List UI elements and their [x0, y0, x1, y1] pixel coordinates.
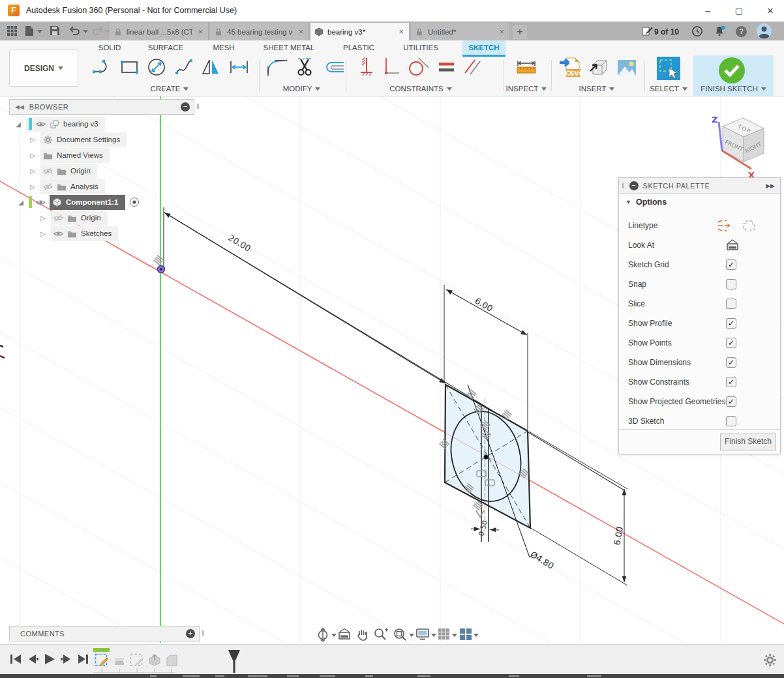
create-group-label[interactable]: CREATE	[104, 85, 235, 93]
offset-tool-icon[interactable]	[322, 56, 346, 78]
sketch-palette-header[interactable]: ‖ − SKETCH PALETTE ▶▶	[619, 178, 780, 194]
workspace-tab-plastic[interactable]: PLASTIC	[323, 41, 395, 55]
display-settings-icon[interactable]	[415, 628, 430, 641]
look-at-icon[interactable]	[726, 239, 739, 251]
rectangle-tool-icon[interactable]	[119, 56, 140, 78]
circle-tool-icon[interactable]	[146, 56, 168, 78]
show-profile-checkbox[interactable]: ✓	[726, 318, 736, 329]
expand-icon[interactable]: ◢	[14, 121, 22, 128]
viewports-dropdown-icon[interactable]	[474, 634, 479, 637]
pan-icon[interactable]	[355, 627, 370, 641]
browser-row-component1-selected[interactable]: ◢ Component1:1	[9, 194, 205, 210]
browser-row-analysis[interactable]: ▷ Analysis	[9, 179, 205, 194]
redo-icon[interactable]	[92, 25, 103, 36]
tangent-constraint-icon[interactable]	[407, 56, 430, 78]
browser-row-origin[interactable]: ▷ Origin	[9, 163, 205, 179]
fit-dropdown-icon[interactable]	[409, 634, 414, 637]
timeline-feature-form-suppressed[interactable]	[112, 653, 127, 668]
finish-sketch-check-icon[interactable]	[717, 56, 746, 85]
expand-icon[interactable]: ▷	[29, 183, 37, 190]
horizontal-vertical-constraint-icon[interactable]	[382, 56, 401, 78]
inspect-group-label[interactable]: INSPECT	[501, 85, 552, 93]
window-maximize-button[interactable]: ▢	[725, 3, 753, 20]
measure-tool-icon[interactable]	[515, 56, 537, 78]
display-dropdown-icon[interactable]	[431, 634, 436, 637]
browser-header[interactable]: ◀◀ BROWSER −	[9, 99, 194, 115]
3d-sketch-checkbox[interactable]	[726, 416, 736, 426]
mirror-tool-icon[interactable]	[201, 56, 222, 78]
browser-row-sketches[interactable]: ▷ Sketches	[9, 226, 205, 241]
spline-tool-icon[interactable]	[173, 56, 195, 78]
select-tool-icon[interactable]	[656, 56, 681, 81]
timeline-step-back-button[interactable]	[26, 654, 39, 664]
finish-sketch-button[interactable]: Finish Sketch	[720, 434, 776, 450]
visibility-off-icon[interactable]	[43, 166, 53, 176]
insert-derive-icon[interactable]	[588, 57, 610, 79]
fillet-tool-icon[interactable]	[266, 56, 288, 78]
workspace-tab-utilities[interactable]: UTILITIES	[385, 41, 457, 55]
add-comment-icon[interactable]: +	[186, 629, 195, 638]
sketch-grid-checkbox[interactable]: ✓	[726, 259, 736, 270]
expand-icon[interactable]: ▷	[29, 152, 37, 159]
show-dimensions-checkbox[interactable]: ✓	[726, 357, 736, 368]
palette-collapse-icon[interactable]: ▶▶	[766, 183, 775, 189]
modify-group-label[interactable]: MODIFY	[264, 85, 339, 93]
expand-icon[interactable]: ◢	[17, 199, 25, 206]
file-menu-dropdown-icon[interactable]	[37, 30, 42, 33]
expand-icon[interactable]: ▷	[39, 214, 47, 222]
finish-sketch-group-label[interactable]: FINISH SKETCH	[693, 85, 774, 93]
coincident-constraint-icon[interactable]	[357, 56, 376, 78]
viewports-icon[interactable]	[459, 628, 472, 641]
new-tab-button[interactable]: +	[513, 25, 527, 39]
timeline-skip-start-button[interactable]	[9, 654, 22, 664]
timeline-settings-gear-icon[interactable]	[763, 653, 777, 667]
timeline-skip-end-button[interactable]	[77, 654, 90, 664]
grid-settings-icon[interactable]	[438, 628, 451, 641]
timeline-feature-sketch-active[interactable]	[95, 653, 110, 668]
help-icon[interactable]: ?	[736, 26, 747, 37]
tab-close-icon[interactable]: ×	[196, 27, 204, 37]
visibility-off-icon[interactable]	[53, 213, 63, 223]
browser-row-named-views[interactable]: ▷ Named Views	[9, 147, 205, 163]
expand-icon[interactable]: ▷	[39, 230, 47, 237]
timeline-position-marker[interactable]	[227, 649, 241, 673]
undo-dropdown-icon[interactable]	[83, 30, 88, 33]
orbit-dropdown-icon[interactable]	[331, 634, 337, 637]
look-at-nav-icon[interactable]	[338, 628, 352, 641]
app-grid-menu-icon[interactable]	[7, 25, 18, 37]
workspace-tab-mesh[interactable]: MESH	[188, 41, 260, 55]
origin-point[interactable]	[158, 266, 165, 273]
timeline-step-forward-button[interactable]	[60, 654, 73, 664]
zoom-icon[interactable]	[373, 627, 389, 641]
tab-close-icon[interactable]: ×	[498, 27, 505, 37]
show-constraints-checkbox[interactable]: ✓	[726, 377, 736, 387]
tab-close-icon[interactable]: ×	[397, 27, 405, 37]
equal-constraint-icon[interactable]	[436, 56, 456, 78]
tab-close-icon[interactable]: ×	[297, 27, 305, 37]
document-tab-1[interactable]: linear ball ...5x8 (CTC) v2 ×	[110, 23, 209, 40]
sketch-dimension-tool-icon[interactable]	[228, 56, 250, 78]
window-minimize-button[interactable]: –	[693, 3, 722, 20]
notification-bell-icon[interactable]	[714, 25, 727, 37]
palette-minimize-icon[interactable]: −	[629, 181, 639, 190]
insert-group-label[interactable]: INSERT	[554, 85, 639, 93]
line-tool-icon[interactable]	[91, 56, 113, 78]
activate-component-radio[interactable]	[129, 197, 140, 207]
projected-linetype-icon[interactable]	[742, 219, 756, 231]
comments-bar[interactable]: COMMENTS +	[9, 626, 200, 641]
document-tab-2[interactable]: 45 bearing testing v6* ×	[210, 23, 309, 40]
expand-icon[interactable]: ▷	[29, 168, 37, 175]
design-workspace-button[interactable]: DESIGN	[9, 50, 78, 87]
expand-icon[interactable]: ▷	[29, 136, 37, 143]
select-group-label[interactable]: SELECT	[642, 85, 695, 93]
construction-linetype-icon[interactable]	[717, 220, 731, 231]
trim-tool-icon[interactable]	[294, 56, 316, 78]
save-icon[interactable]	[50, 25, 60, 36]
visibility-eye-icon[interactable]	[53, 229, 63, 239]
timeline-play-button[interactable]	[43, 653, 56, 665]
browser-row-document[interactable]: ◢ bearing v3	[9, 116, 205, 132]
palette-grip-icon[interactable]: ‖	[622, 182, 625, 190]
document-tab-4[interactable]: Untitled* ×	[411, 23, 510, 40]
document-tab-3-active[interactable]: bearing v3* ×	[310, 23, 410, 40]
options-section-header[interactable]: ▼ Options	[626, 198, 667, 207]
